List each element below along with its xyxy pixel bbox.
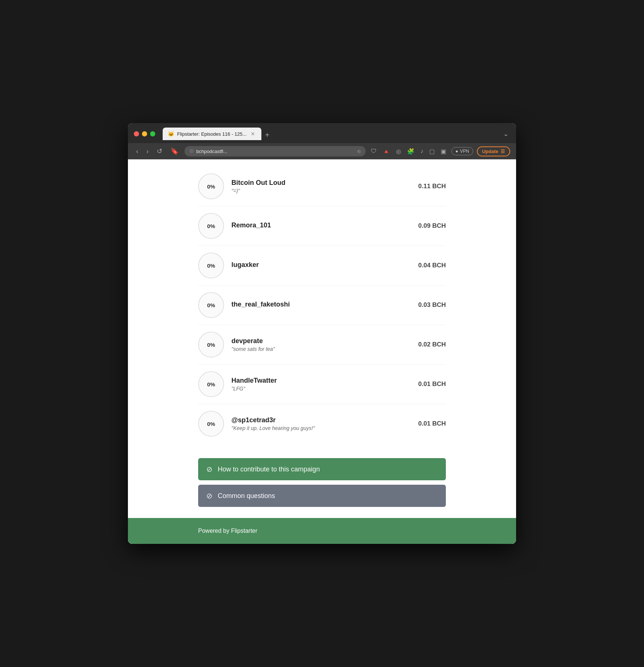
- forward-button[interactable]: ›: [144, 147, 151, 156]
- avatar: 0%: [198, 332, 224, 358]
- maximize-button[interactable]: [150, 131, 155, 136]
- tab-bar: 🐱 Flipstarter: Episodes 116 - 125... ✕ +: [163, 128, 497, 140]
- refresh-button[interactable]: ↺: [155, 146, 165, 156]
- avatar-percent: 0%: [207, 183, 215, 190]
- page-content: 0% Bitcoin Out Loud "=)" 0.11 BCH 0% Rem…: [128, 159, 516, 544]
- footer-text: Powered by Flipstarter: [198, 528, 257, 534]
- contributor-comment: "some sats for tea": [231, 346, 411, 352]
- active-tab[interactable]: 🐱 Flipstarter: Episodes 116 - 125... ✕: [163, 128, 261, 140]
- address-bar[interactable]: ⦾ bchpodcastfl... ⎋: [184, 146, 366, 156]
- table-row: 0% devperate "some sats for tea" 0.02 BC…: [198, 325, 446, 365]
- vpn-badge[interactable]: ● VPN: [451, 147, 473, 155]
- contributor-name: Bitcoin Out Loud: [231, 179, 411, 187]
- new-tab-button[interactable]: +: [262, 130, 272, 140]
- contributor-name: lugaxker: [231, 261, 411, 269]
- avatar-percent: 0%: [207, 342, 215, 348]
- avatar-percent: 0%: [207, 263, 215, 269]
- contributor-comment: "LFG": [231, 386, 411, 392]
- contributor-name: @sp1cetrad3r: [231, 416, 411, 424]
- tab-close-icon[interactable]: ✕: [250, 131, 256, 137]
- lock-icon: ⦾: [190, 148, 193, 154]
- contributor-info: the_real_faketoshi: [231, 301, 411, 309]
- contributors-section: 0% Bitcoin Out Loud "=)" 0.11 BCH 0% Rem…: [128, 159, 516, 451]
- avatar-percent: 0%: [207, 381, 215, 387]
- browser-icons: 🛡 🔺 ◎ 🧩 ♪ ▢ ▣: [369, 147, 448, 156]
- browser-window: 🐱 Flipstarter: Episodes 116 - 125... ✕ +…: [128, 123, 516, 544]
- table-row: 0% lugaxker 0.04 BCH: [198, 246, 446, 285]
- table-row: 0% @sp1cetrad3r "Keep it up. Love hearin…: [198, 404, 446, 443]
- contributor-amount: 0.02 BCH: [418, 341, 446, 348]
- vpn-dot-icon: ●: [455, 149, 458, 154]
- avatar-percent: 0%: [207, 302, 215, 308]
- avatar: 0%: [198, 213, 224, 239]
- avatar: 0%: [198, 253, 224, 278]
- faq-button[interactable]: ⊘ Common questions: [198, 485, 446, 507]
- brave-shield-icon[interactable]: 🛡: [369, 147, 378, 155]
- contributor-amount: 0.04 BCH: [418, 262, 446, 269]
- contributor-amount: 0.11 BCH: [418, 183, 446, 190]
- close-button[interactable]: [134, 131, 139, 136]
- contributor-info: lugaxker: [231, 261, 411, 270]
- contributor-info: Bitcoin Out Loud "=)": [231, 179, 411, 194]
- sidebar-icon[interactable]: ▢: [428, 147, 436, 156]
- contributor-amount: 0.01 BCH: [418, 420, 446, 427]
- contributor-amount: 0.09 BCH: [418, 222, 446, 230]
- question-circle-icon: ⊘: [206, 465, 213, 474]
- traffic-lights: [134, 131, 155, 136]
- contributor-info: Remora_101: [231, 221, 411, 230]
- extensions-icon[interactable]: 🧩: [406, 147, 416, 156]
- tab-favicon-icon: 🐱: [168, 131, 174, 137]
- menu-icon: ☰: [501, 149, 505, 154]
- window-chevron-icon[interactable]: ⌄: [502, 128, 510, 139]
- table-row: 0% HandleTwatter "LFG" 0.01 BCH: [198, 365, 446, 404]
- contributor-info: HandleTwatter "LFG": [231, 377, 411, 392]
- bookmark-button[interactable]: 🔖: [168, 146, 181, 156]
- contribute-button[interactable]: ⊘ How to contribute to this campaign: [198, 458, 446, 480]
- page-footer: Powered by Flipstarter: [128, 518, 516, 544]
- minimize-button[interactable]: [142, 131, 147, 136]
- vpn-label: VPN: [460, 149, 469, 154]
- contributor-name: the_real_faketoshi: [231, 301, 411, 308]
- buttons-section: ⊘ How to contribute to this campaign ⊘ C…: [128, 451, 516, 518]
- contributor-amount: 0.01 BCH: [418, 380, 446, 388]
- avatar: 0%: [198, 292, 224, 318]
- brave-rewards-icon[interactable]: 🔺: [381, 147, 392, 156]
- faq-label: Common questions: [218, 492, 275, 500]
- tab-title: Flipstarter: Episodes 116 - 125...: [177, 131, 247, 137]
- contributor-comment: "=)": [231, 188, 411, 194]
- title-bar: 🐱 Flipstarter: Episodes 116 - 125... ✕ +…: [128, 123, 516, 143]
- media-icon[interactable]: ♪: [419, 147, 425, 155]
- avatar: 0%: [198, 371, 224, 397]
- share-icon[interactable]: ⎋: [357, 148, 360, 154]
- update-button[interactable]: Update ☰: [477, 146, 510, 156]
- contributor-info: devperate "some sats for tea": [231, 337, 411, 352]
- address-url: bchpodcastfl...: [196, 149, 355, 154]
- table-row: 0% Bitcoin Out Loud "=)" 0.11 BCH: [198, 167, 446, 206]
- contribute-label: How to contribute to this campaign: [218, 465, 320, 473]
- question-circle-icon-2: ⊘: [206, 491, 213, 500]
- contributor-amount: 0.03 BCH: [418, 301, 446, 309]
- contributor-name: HandleTwatter: [231, 377, 411, 385]
- address-bar-row: ‹ › ↺ 🔖 ⦾ bchpodcastfl... ⎋ 🛡 🔺 ◎ 🧩 ♪ ▢ …: [128, 143, 516, 159]
- contributor-name: devperate: [231, 337, 411, 345]
- avatar-percent: 0%: [207, 421, 215, 427]
- contributor-name: Remora_101: [231, 221, 411, 229]
- avatar-percent: 0%: [207, 223, 215, 229]
- contributor-comment: "Keep it up. Love hearing you guys!": [231, 425, 411, 431]
- update-label: Update: [482, 149, 498, 154]
- avatar: 0%: [198, 173, 224, 199]
- avatar: 0%: [198, 411, 224, 437]
- back-button[interactable]: ‹: [134, 147, 140, 156]
- table-row: 0% Remora_101 0.09 BCH: [198, 206, 446, 246]
- window-controls: ⌄: [502, 128, 510, 139]
- contributor-info: @sp1cetrad3r "Keep it up. Love hearing y…: [231, 416, 411, 431]
- wallet-icon[interactable]: ▣: [439, 147, 448, 156]
- table-row: 0% the_real_faketoshi 0.03 BCH: [198, 285, 446, 325]
- color-wheel-icon[interactable]: ◎: [394, 147, 403, 156]
